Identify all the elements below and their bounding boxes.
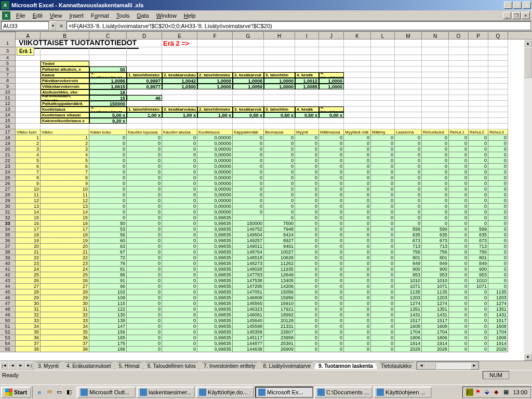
table-cell[interactable]: 1351 (488, 307, 508, 312)
menu-format[interactable]: Format (87, 11, 113, 20)
table-cell[interactable]: 0 (449, 261, 469, 267)
table-cell[interactable]: 0 (295, 175, 319, 181)
table-cell[interactable]: 149752 (233, 227, 264, 232)
table-cell[interactable]: 0 (488, 227, 508, 232)
table-cell[interactable]: 146808 (233, 295, 264, 301)
table-cell[interactable]: 900 (395, 267, 422, 272)
table-cell[interactable]: 0 (127, 135, 162, 141)
table-cell[interactable]: 0 (469, 301, 488, 307)
table-cell[interactable]: 0 (162, 318, 197, 324)
table-cell[interactable]: 144638 (233, 347, 264, 352)
table-cell[interactable]: 0 (319, 335, 344, 341)
row-header-39[interactable]: 39 (0, 255, 16, 261)
table-cell[interactable]: 0 (422, 147, 449, 152)
table-cell[interactable]: 0 (395, 221, 422, 227)
table-cell[interactable]: 0 (127, 181, 162, 187)
table-cell[interactable]: 9 (41, 181, 89, 187)
table-cell[interactable]: 0 (449, 209, 469, 215)
table-cell[interactable]: 0 (295, 329, 319, 335)
table-cell[interactable]: 0 (488, 169, 508, 175)
table-cell[interactable]: 0 (233, 187, 264, 192)
table-cell[interactable]: 16910 (264, 301, 295, 307)
table-cell[interactable]: 0 (422, 181, 449, 187)
table-cell[interactable]: 0 (295, 181, 319, 187)
table-cell[interactable]: 0,99835 (197, 335, 233, 341)
table-cell[interactable]: 0 (422, 175, 449, 181)
table-cell[interactable]: 17921 (264, 307, 295, 312)
table-cell[interactable]: 0 (89, 135, 127, 141)
table-cell[interactable]: 801 (422, 255, 449, 261)
table-cell[interactable]: 0 (127, 335, 162, 341)
table-cell[interactable]: 0 (162, 147, 197, 152)
table-cell[interactable]: 16 (41, 221, 89, 227)
table-cell[interactable]: 60 (89, 238, 127, 244)
table-cell[interactable]: 21331 (264, 324, 295, 329)
table-cell[interactable]: 0 (89, 204, 127, 209)
table-cell[interactable]: 0 (295, 209, 319, 215)
table-cell[interactable]: 0,99835 (197, 347, 233, 352)
table-cell[interactable]: 0 (371, 267, 395, 272)
table-cell[interactable]: 0 (319, 221, 344, 227)
table-cell[interactable]: 1806 (488, 335, 508, 341)
table-cell[interactable]: 0 (295, 198, 319, 204)
table-cell[interactable]: 1431 (422, 312, 449, 318)
table-cell[interactable]: 0,99835 (197, 261, 233, 267)
table-cell[interactable]: 599 (469, 227, 488, 232)
table-cell[interactable]: 150000 (233, 221, 264, 227)
table-cell[interactable]: 0 (422, 198, 449, 204)
table-cell[interactable]: 0 (162, 238, 197, 244)
table-cell[interactable]: 26 (41, 278, 89, 284)
table-cell[interactable]: 0 (449, 198, 469, 204)
table-cell[interactable]: 0 (449, 284, 469, 289)
col-header-G[interactable]: G (233, 32, 264, 40)
table-cell[interactable]: 0 (371, 135, 395, 141)
table-cell[interactable]: 1914 (395, 341, 422, 347)
table-cell[interactable]: 0 (371, 255, 395, 261)
sheet-tab-7[interactable]: Tietotaulukko (376, 362, 416, 369)
row-header-17[interactable]: 17 (0, 129, 16, 135)
table-cell[interactable]: 0 (371, 249, 395, 255)
table-cell[interactable]: 0 (295, 301, 319, 307)
table-cell[interactable]: 0 (449, 135, 469, 141)
table-cell[interactable]: 0 (449, 164, 469, 169)
table-cell[interactable]: 673 (469, 238, 488, 244)
table-cell[interactable]: 0 (127, 318, 162, 324)
table-cell[interactable]: 0 (319, 347, 344, 352)
table-cell[interactable]: 0,99835 (197, 238, 233, 244)
table-cell[interactable]: 50 (89, 221, 127, 227)
table-cell[interactable]: 0 (319, 141, 344, 147)
table-cell[interactable]: 147783 (233, 272, 264, 278)
table-cell[interactable]: 0,99835 (197, 318, 233, 324)
row-header-42[interactable]: 42 (0, 272, 16, 278)
table-cell[interactable]: 0 (89, 141, 127, 147)
table-cell[interactable]: 0 (344, 244, 371, 249)
col-header-F[interactable]: F (197, 32, 233, 40)
table-cell[interactable]: 0 (488, 215, 508, 221)
table-cell[interactable]: 0 (162, 175, 197, 181)
table-cell[interactable]: 0 (319, 181, 344, 187)
table-cell[interactable]: 0 (371, 238, 395, 244)
table-cell[interactable]: 0 (449, 312, 469, 318)
table-header-13[interactable]: Rehunkulut (422, 129, 449, 135)
table-cell[interactable]: 0 (344, 312, 371, 318)
table-cell[interactable]: 1274 (395, 301, 422, 307)
table-cell[interactable]: 0 (295, 324, 319, 329)
col-header-I[interactable]: I (295, 32, 319, 40)
table-cell[interactable]: 0,99835 (197, 307, 233, 312)
task-button-3[interactable]: Microsoft Ex... (255, 387, 313, 398)
table-cell[interactable]: 0 (371, 164, 395, 169)
table-cell[interactable]: 0 (127, 141, 162, 147)
table-cell[interactable]: 27 (16, 284, 41, 289)
table-cell[interactable]: 0 (264, 215, 295, 221)
table-cell[interactable]: 1135 (395, 289, 422, 295)
select-all-cell[interactable] (0, 32, 16, 40)
table-cell[interactable]: 0 (488, 221, 508, 227)
table-cell[interactable]: 0 (127, 301, 162, 307)
table-header-8[interactable]: Myynti (295, 129, 319, 135)
row-header-9[interactable]: 9 (0, 84, 16, 89)
row-header-6[interactable]: 6 (0, 66, 16, 72)
table-cell[interactable]: 0 (264, 209, 295, 215)
table-cell[interactable]: 0 (395, 147, 422, 152)
table-cell[interactable]: 0 (319, 301, 344, 307)
table-cell[interactable]: 0 (295, 347, 319, 352)
